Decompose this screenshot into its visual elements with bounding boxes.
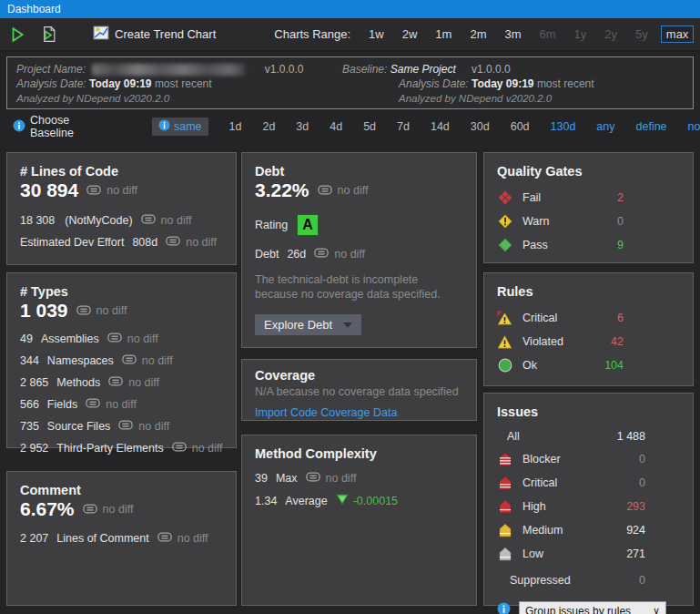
third-party-value[interactable]: 2 952	[20, 442, 48, 455]
no-diff-indicator: no diff	[76, 302, 127, 319]
max-complexity-value[interactable]: 39	[255, 472, 268, 485]
range-max[interactable]: max	[661, 26, 695, 43]
issues-critical-count[interactable]: 0	[613, 476, 645, 489]
rules-violated-count[interactable]: 42	[591, 335, 624, 348]
issues-medium-count[interactable]: 924	[613, 524, 645, 537]
fail-count[interactable]: 2	[591, 191, 624, 204]
range-5y: 5y	[630, 26, 654, 43]
notmycode-value[interactable]: 18 308	[20, 214, 55, 227]
baseline-option-3d[interactable]: 3d	[296, 120, 309, 133]
quality-gate-fail-icon	[497, 190, 512, 205]
no-diff-icon	[172, 442, 187, 455]
panel-issues: Issues All 1 488 Blocker 0 Critical 0 Hi…	[483, 393, 694, 606]
no-diff-indicator: no diff	[107, 333, 158, 345]
pass-count[interactable]: 9	[591, 239, 624, 251]
info-icon	[13, 119, 25, 135]
rules-critical-count[interactable]: 6	[591, 312, 624, 324]
issues-blocker-count[interactable]: 0	[613, 453, 645, 466]
fields-value[interactable]: 566	[20, 398, 39, 411]
no-diff-icon	[86, 182, 101, 199]
issues-suppressed-count[interactable]: 0	[613, 574, 645, 587]
types-value[interactable]: 1 039	[20, 300, 68, 322]
loc-value[interactable]: 30 894	[20, 179, 78, 201]
baseline-option-5d[interactable]: 5d	[363, 120, 376, 133]
baseline-option-any[interactable]: any	[596, 120, 614, 133]
project-name-label: Project Name:	[16, 63, 86, 76]
baseline-option-none[interactable]: none	[688, 120, 700, 133]
namespaces-value[interactable]: 344	[20, 354, 39, 367]
range-1m[interactable]: 1m	[430, 26, 457, 43]
no-diff-indicator: no diff	[318, 182, 369, 199]
no-diff-indicator: no diff	[141, 214, 192, 227]
warn-label: Warn	[522, 215, 549, 228]
baseline-value: Same Project	[391, 63, 456, 76]
issues-high-count[interactable]: 293	[613, 500, 645, 513]
baseline-option-7d[interactable]: 7d	[397, 120, 410, 133]
fail-label: Fail	[522, 191, 541, 204]
debt-percent-value[interactable]: 3.22%	[255, 179, 309, 201]
analysis-date-suffix: most recent	[155, 77, 212, 90]
info-icon	[158, 119, 170, 134]
max-complexity-label: Max	[276, 472, 298, 485]
window-title: Dashboard	[0, 0, 700, 18]
dev-effort-value[interactable]: 808d	[132, 236, 157, 249]
debt-rating-badge[interactable]: A	[297, 214, 319, 236]
choose-baseline-bar: Choose Baseline same 1d 2d 3d 4d 5d 7d 1…	[0, 113, 700, 140]
baseline-option-2d[interactable]: 2d	[262, 120, 275, 133]
baseline-option-1d[interactable]: 1d	[229, 120, 242, 133]
assemblies-value[interactable]: 49	[20, 333, 33, 345]
group-issues-dropdown[interactable]: Group issues by rules ∨	[519, 601, 666, 614]
rules-critical-label: Critical	[522, 312, 557, 324]
range-2w[interactable]: 2w	[397, 26, 423, 43]
rules-ok-count[interactable]: 104	[591, 359, 624, 372]
import-coverage-link[interactable]: Import Code Coverage Data	[255, 406, 397, 419]
decrease-triangle-icon	[336, 494, 349, 507]
baseline-option-60d[interactable]: 60d	[511, 120, 530, 133]
panel-title: Quality Gates	[497, 164, 680, 179]
project-version: v1.0.0.0	[265, 63, 304, 76]
baseline-option-define[interactable]: define	[636, 120, 667, 133]
baseline-option-same[interactable]: same	[152, 118, 208, 136]
panel-title: # Types	[20, 284, 223, 299]
no-diff-icon	[83, 501, 97, 517]
assemblies-label: Assemblies	[41, 333, 99, 345]
range-2m[interactable]: 2m	[464, 26, 492, 43]
issues-all-count[interactable]: 1 488	[613, 430, 645, 443]
issues-low-count[interactable]: 271	[613, 547, 645, 560]
run-analysis-report-button[interactable]	[36, 23, 60, 46]
no-diff-indicator: no diff	[118, 420, 169, 433]
group-issues-dropdown-value: Group issues by rules	[525, 605, 653, 614]
no-diff-icon	[108, 376, 123, 389]
no-diff-indicator: no diff	[83, 501, 134, 517]
panel-title: # Lines of Code	[20, 164, 223, 179]
methods-value[interactable]: 2 865	[20, 376, 48, 389]
debt-days-value[interactable]: 26d	[287, 248, 306, 261]
run-analysis-button[interactable]	[5, 23, 29, 46]
baseline-option-14d[interactable]: 14d	[431, 120, 450, 133]
issues-medium-label: Medium	[522, 524, 563, 537]
avg-complexity-value[interactable]: 1.34	[255, 495, 277, 507]
create-trend-chart-button[interactable]: Create Trend Chart	[93, 25, 216, 45]
baseline-option-130d[interactable]: 130d	[551, 120, 576, 133]
range-1y: 1y	[569, 26, 593, 43]
choose-baseline-label-group: Choose Baseline	[13, 114, 74, 139]
pass-label: Pass	[522, 239, 548, 251]
range-3m[interactable]: 3m	[499, 26, 526, 43]
no-diff-indicator: no diff	[172, 442, 223, 455]
issues-low-label: Low	[522, 547, 543, 560]
explore-debt-button[interactable]: Explore Debt	[255, 314, 361, 335]
comment-value[interactable]: 6.67%	[20, 498, 75, 520]
source-files-value[interactable]: 735	[20, 420, 39, 433]
no-diff-icon	[318, 182, 332, 199]
warn-count[interactable]: 0	[591, 215, 624, 228]
rule-critical-icon	[497, 311, 512, 325]
baseline-option-4d[interactable]: 4d	[330, 120, 342, 133]
range-1w[interactable]: 1w	[363, 26, 390, 43]
baseline-analysis-date-value: Today 09:19	[472, 77, 533, 90]
range-6m: 6m	[534, 26, 562, 43]
lines-of-comment-value[interactable]: 2 207	[20, 532, 48, 545]
baseline-option-same-label: same	[174, 120, 202, 133]
no-diff-icon	[306, 472, 320, 485]
baseline-option-30d[interactable]: 30d	[471, 120, 490, 133]
charts-range-options: 1w 2w 1m 2m 3m 6m 1y 2y 5y max	[360, 26, 697, 43]
